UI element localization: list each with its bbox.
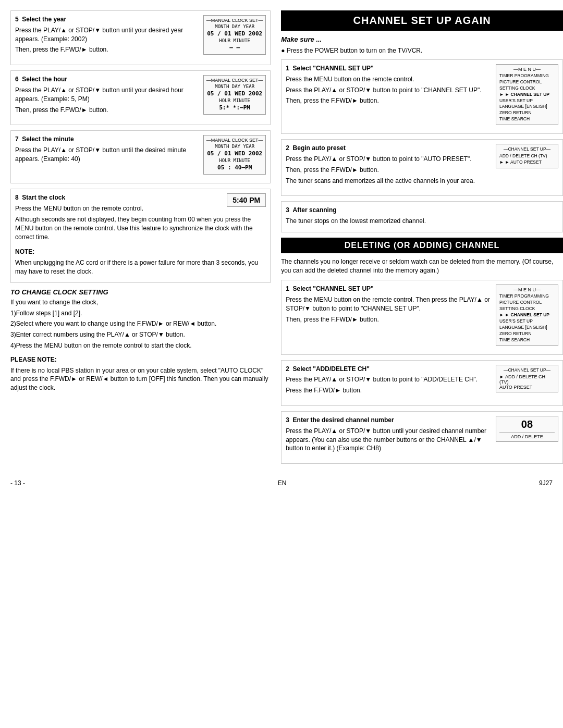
step7-section: 7 Select the minute Press the PLAY/▲ or …	[10, 130, 271, 183]
step5-display-row1: MONTH DAY YEAR	[206, 24, 263, 29]
step6-content: 6 Select the hour Press the PLAY/▲ or ST…	[15, 75, 199, 116]
main-header: CHANNEL SET UP AGAIN	[281, 10, 563, 31]
d-step1-menu-item0: TIMER PROGRAMMING	[499, 293, 555, 300]
step7-display-row2: 05 / 01 WED 2002	[206, 150, 263, 157]
r-step1-content: 1 Select "CHANNEL SET UP" Press the MENU…	[286, 64, 492, 107]
step7-display-row1: MONTH DAY YEAR	[206, 144, 263, 149]
step5-section: 5 Select the year Press the PLAY/▲ or ST…	[10, 10, 271, 65]
r-step3-text1: The tuner stops on the lowest memorized …	[286, 217, 558, 226]
step6-display-row2: 05 / 01 WED 2002	[206, 90, 263, 97]
d-step2-title: Select "ADD/DELETE CH"	[293, 365, 370, 373]
step5-text2: Then, press the F.FWD/► button.	[15, 45, 199, 54]
d-step1-content: 1 Select "CHANNEL SET UP" Press the MENU…	[286, 285, 492, 326]
step6-text2: Then, press the F.FWD/► button.	[15, 106, 199, 115]
note-block: NOTE: When unplugging the AC cord or if …	[15, 248, 266, 276]
r-step1-section: 1 Select "CHANNEL SET UP" Press the MENU…	[281, 59, 563, 134]
d-step1-text1: Press the MENU button on the remote cont…	[286, 295, 492, 313]
r-step1-menu-title: —M E N U—	[499, 67, 555, 72]
note-text: When unplugging the AC cord or if there …	[15, 258, 266, 276]
step5-display-title: —MANUAL CLOCK SET—	[206, 18, 263, 23]
please-note-title: PLEASE NOTE:	[10, 356, 57, 363]
r-step1-menu-item3: ► CHANNEL SET UP	[499, 92, 555, 98]
d-step2-ad-display: —CHANNEL SET UP— ► ADD / DELETE CH (TV) …	[496, 365, 558, 392]
d-step1-text2: Then, press the F.FWD/► button.	[286, 315, 492, 324]
make-sure-title: Make sure ...	[281, 35, 563, 44]
r-step2-text2: Then, press the F.FWD/► button.	[286, 166, 492, 175]
d-step2-number: 2	[286, 365, 289, 373]
step8-text2: Although seconds are not displayed, they…	[15, 215, 266, 241]
step8-section: 5:40 PM 8 Start the clock Press the MENU…	[10, 189, 271, 282]
d-step3-ch-display: 08 ADD / DELETE	[496, 416, 558, 442]
r-step1-text3: Then, press the F.FWD/► button.	[286, 96, 492, 105]
d-step1-menu-item3: ► CHANNEL SET UP	[499, 312, 555, 318]
step7-content: 7 Select the minute Press the PLAY/▲ or …	[15, 135, 199, 165]
r-step1-text1: Press the MENU button on the remote cont…	[286, 75, 492, 84]
r-step1-menu-item6: ZERO RETURN	[499, 110, 555, 116]
please-note-text: If there is no local PBS station in your…	[10, 366, 271, 392]
d-step2-ad-title: —CHANNEL SET UP—	[499, 367, 555, 373]
d-step2-text2: Press the F.FWD/► button.	[286, 386, 492, 395]
r-step1-number: 1	[286, 65, 289, 72]
r-step3-section: 3 After scanning The tuner stops on the …	[281, 201, 563, 232]
r-step1-title: Select "CHANNEL SET UP"	[293, 65, 374, 72]
step7-display-row3: HOUR MINUTE	[206, 158, 263, 163]
step6-text1: Press the PLAY/▲ or STOP/▼ button until …	[15, 86, 199, 104]
r-step1-menu-item4: USER'S SET UP	[499, 98, 555, 104]
step6-display-title: —MANUAL CLOCK SET—	[206, 78, 263, 83]
d-step1-menu-item1: PICTURE CONTROL	[499, 300, 555, 306]
to-change-section: TO CHANGE CLOCK SETTING If you want to c…	[10, 288, 271, 350]
to-change-step4: 4)Press the MENU button on the remote co…	[10, 341, 271, 350]
d-step1-menu-display: —M E N U— TIMER PROGRAMMING PICTURE CONT…	[496, 285, 558, 346]
to-change-step2: 2)Select where you want to change using …	[10, 319, 271, 328]
step5-display-row4: — —	[206, 44, 263, 51]
time-display: 5:40 PM	[227, 193, 266, 207]
d-step3-content: 3 Enter the desired channel number Press…	[286, 416, 492, 455]
step7-text1: Press the PLAY/▲ or STOP/▼ button until …	[15, 146, 199, 164]
deleting-header: DELETING (OR ADDING) CHANNEL	[281, 238, 563, 253]
to-change-step3: 3)Enter correct numbers using the PLAY/▲…	[10, 330, 271, 339]
r-step1-menu-item0: TIMER PROGRAMMING	[499, 73, 555, 79]
step8-number: 8	[15, 194, 19, 201]
footer-model: 9J27	[539, 479, 553, 487]
d-step3-ch-number: 08	[499, 418, 555, 430]
d-step1-menu-item6: ZERO RETURN	[499, 331, 555, 337]
d-step2-text1: Press the PLAY/▲ or STOP/▼ button to poi…	[286, 375, 492, 384]
step6-display-row1: MONTH DAY YEAR	[206, 84, 263, 89]
d-step1-section: 1 Select "CHANNEL SET UP" Press the MENU…	[281, 280, 563, 354]
d-step3-title: Enter the desired channel number	[293, 416, 394, 424]
step6-display: —MANUAL CLOCK SET— MONTH DAY YEAR 05 / 0…	[203, 75, 266, 115]
step5-text1: Press the PLAY/▲ or STOP/▼ button until …	[15, 26, 199, 44]
r-step1-text2: Press the PLAY/▲ or STOP/▼ button to poi…	[286, 86, 492, 95]
step8-title: Start the clock	[22, 194, 65, 201]
make-sure-section: Make sure ... ● Press the POWER button t…	[281, 35, 563, 55]
d-step1-menu-title: —M E N U—	[499, 287, 555, 292]
to-change-title: TO CHANGE CLOCK SETTING	[10, 288, 271, 296]
step5-content: 5 Select the year Press the PLAY/▲ or ST…	[15, 15, 199, 56]
r-step2-cs-title: —CHANNEL SET UP—	[499, 146, 555, 152]
d-step2-content: 2 Select "ADD/DELETE CH" Press the PLAY/…	[286, 365, 492, 397]
step7-display-row4: 05 : 40—PM	[206, 164, 263, 171]
step6-display-row4: 5:* *:—PM	[206, 104, 263, 111]
d-step2-section: 2 Select "ADD/DELETE CH" Press the PLAY/…	[281, 360, 563, 406]
page-container: 5 Select the year Press the PLAY/▲ or ST…	[10, 10, 553, 469]
r-step3-number: 3	[286, 206, 289, 214]
step5-display: —MANUAL CLOCK SET— MONTH DAY YEAR 05 / 0…	[203, 15, 266, 55]
d-step3-ch-label: ADD / DELETE	[499, 433, 555, 439]
r-step2-channel-display: —CHANNEL SET UP— ADD / DELETE CH (TV) ► …	[496, 144, 558, 168]
d-step1-menu-item2: SETTING CLOCK	[499, 306, 555, 312]
r-step1-menu-item5: LANGUAGE [ENGLISH]	[499, 104, 555, 110]
d-step1-menu-item7: TIME SEARCH	[499, 337, 555, 343]
d-step3-text1: Press the PLAY/▲ or STOP/▼ button until …	[286, 427, 492, 453]
step5-title: Select the year	[22, 16, 66, 23]
please-note-block: PLEASE NOTE: If there is no local PBS st…	[10, 355, 271, 392]
deleting-intro: The channels you no longer receive or se…	[281, 257, 563, 275]
footer-lang: EN	[278, 479, 287, 487]
r-step2-title: Begin auto preset	[293, 144, 346, 152]
d-step1-menu-item5: LANGUAGE [ENGLISH]	[499, 325, 555, 331]
r-step2-content: 2 Begin auto preset Press the PLAY/▲ or …	[286, 144, 492, 187]
r-step2-number: 2	[286, 144, 289, 152]
d-step3-section: 3 Enter the desired channel number Press…	[281, 411, 563, 464]
step5-display-row3: HOUR MINUTE	[206, 38, 263, 43]
r-step2-cs-item0: ADD / DELETE CH (TV)	[499, 153, 555, 159]
r-step1-menu-item2: SETTING CLOCK	[499, 85, 555, 92]
